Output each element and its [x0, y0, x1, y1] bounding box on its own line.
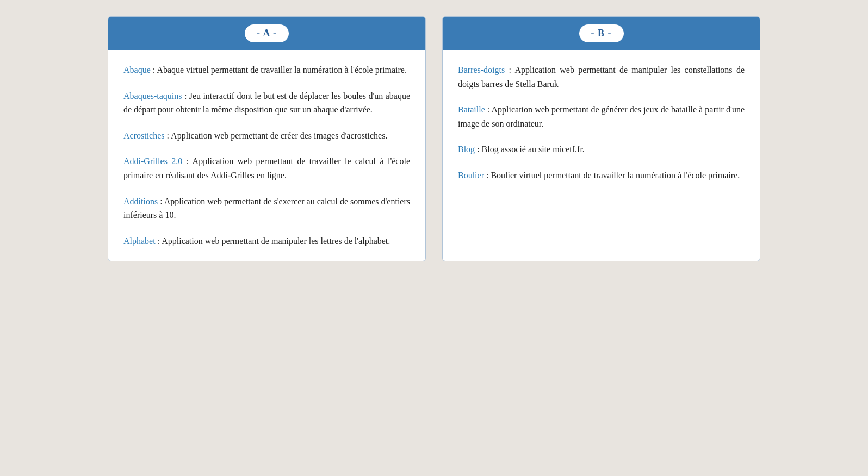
column-header-badge-col-b: - B -	[579, 24, 624, 42]
entry-title[interactable]: Blog	[458, 145, 475, 154]
entry-title[interactable]: Barres-doigts	[458, 65, 505, 74]
entry-title[interactable]: Bataille	[458, 105, 485, 114]
list-item: Acrostiches : Application web permettant…	[123, 129, 410, 143]
column-body-col-a: Abaque : Abaque virtuel permettant de tr…	[108, 50, 425, 261]
list-item: Blog : Blog associé au site micetf.fr.	[458, 142, 745, 156]
list-item: Abaques-taquins : Jeu interactif dont le…	[123, 89, 410, 117]
list-item: Bataille : Application web permettant de…	[458, 103, 745, 130]
list-item: Alphabet : Application web permettant de…	[123, 234, 410, 248]
entry-description: : Application web permettant de manipule…	[156, 236, 390, 246]
entry-description: : Application web permettant de générer …	[458, 105, 745, 128]
entry-title[interactable]: Boulier	[458, 171, 484, 180]
entry-title[interactable]: Additions	[123, 197, 158, 206]
columns-wrapper: - A -Abaque : Abaque virtuel permettant …	[108, 16, 760, 261]
column-header-col-a: - A -	[108, 17, 425, 50]
entry-title[interactable]: Abaques-taquins	[123, 91, 182, 101]
entry-description: : Abaque virtuel permettant de travaille…	[151, 65, 407, 74]
entry-description: : Application web permettant de s'exerce…	[123, 197, 410, 220]
column-header-col-b: - B -	[443, 17, 760, 50]
entry-description: : Application web permettant de créer de…	[165, 131, 388, 140]
column-col-a: - A -Abaque : Abaque virtuel permettant …	[108, 16, 426, 261]
entry-title[interactable]: Acrostiches	[123, 131, 165, 140]
column-body-col-b: Barres-doigts : Application web permetta…	[443, 50, 760, 196]
entry-description: : Blog associé au site micetf.fr.	[475, 145, 585, 154]
entry-description: : Boulier virtuel permettant de travaill…	[484, 171, 740, 180]
column-header-badge-col-a: - A -	[245, 24, 289, 42]
list-item: Barres-doigts : Application web permetta…	[458, 63, 745, 91]
list-item: Additions : Application web permettant d…	[123, 195, 410, 222]
entry-title[interactable]: Alphabet	[123, 236, 156, 246]
list-item: Abaque : Abaque virtuel permettant de tr…	[123, 63, 410, 77]
entry-title[interactable]: Abaque	[123, 65, 151, 74]
list-item: Addi-Grilles 2.0 : Application web perme…	[123, 154, 410, 182]
entry-title[interactable]: Addi-Grilles 2.0	[123, 156, 182, 166]
list-item: Boulier : Boulier virtuel permettant de …	[458, 168, 745, 183]
column-col-b: - B -Barres-doigts : Application web per…	[442, 16, 760, 261]
